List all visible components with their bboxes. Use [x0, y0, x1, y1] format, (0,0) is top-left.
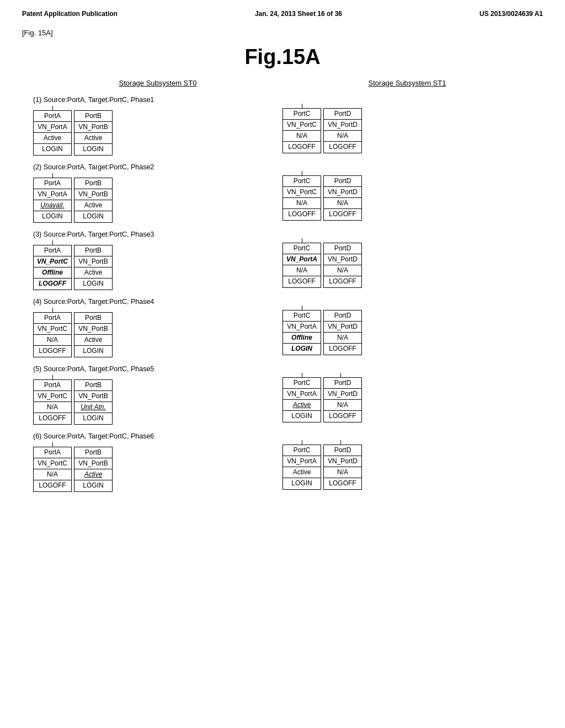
port-box: PortDVN_PortDN/ALOGOFF	[323, 310, 362, 355]
box-cell: VN_PortD	[324, 254, 361, 265]
phase-section-4: (4) Source:PortA, Target:PortC, Phase4Po…	[33, 293, 532, 360]
port-box: PortBVN_PortBActiveLOGIN	[74, 178, 113, 223]
box-cell: VN_PortB	[74, 189, 112, 200]
box-cell: LOGIN	[74, 413, 112, 424]
header-bar: Patent Application Publication Jan. 24, …	[0, 0, 565, 23]
box-cell: LOGOFF	[283, 276, 321, 287]
port-box: PortBVN_PortBActiveLOGIN	[74, 245, 113, 290]
port-box: PortDVN_PortDN/ALOGOFF	[323, 175, 362, 221]
box-cell: PortD	[324, 378, 361, 389]
box-cell: VN_PortC	[34, 458, 71, 469]
box-cell: N/A	[34, 335, 71, 346]
box-cell: VN_PortD	[324, 389, 361, 400]
box-cell: VN_PortA	[283, 322, 321, 333]
port-box: PortCVN_PortAActiveLOGIN	[282, 445, 321, 490]
port-box: PortBVN_PortBUnit Atn.LOGIN	[74, 379, 113, 425]
phase-section-2: (2) Source:PortA, Target:PortC, Phase2Po…	[33, 159, 532, 225]
box-cell: LOGOFF	[324, 478, 361, 489]
box-cell: VN_PortD	[324, 322, 361, 333]
phase-section-5: (5) Source:PortA, Target:PortC, Phase5Po…	[33, 361, 532, 427]
box-cell: LOGOFF	[324, 411, 361, 422]
box-cell: LOGOFF	[34, 346, 71, 357]
box-cell: Active	[34, 133, 71, 144]
box-cell: N/A	[324, 198, 361, 209]
box-cell: Offline	[34, 267, 71, 279]
phase-label: (5) Source:PortA, Target:PortC, Phase5	[33, 365, 282, 373]
box-cell: PortB	[74, 447, 112, 458]
port-box: PortAVN_PortAUnavail.LOGIN	[33, 178, 72, 223]
box-cell: PortB	[74, 111, 112, 122]
header-left: Patent Application Publication	[22, 10, 118, 18]
box-cell: PortA	[34, 447, 71, 458]
box-cell: VN_PortB	[74, 391, 112, 402]
box-cell: PortD	[324, 176, 361, 187]
header-middle: Jan. 24, 2013 Sheet 16 of 36	[255, 10, 342, 18]
box-cell: VN_PortA	[283, 456, 321, 467]
box-cell: VN_PortD	[324, 187, 361, 198]
box-cell: PortC	[283, 311, 321, 322]
fig-title: Fig.15A	[0, 45, 565, 69]
box-cell: Active	[74, 200, 112, 211]
box-cell: N/A	[324, 333, 361, 344]
box-cell: PortD	[324, 243, 361, 254]
port-box: PortCVN_PortCN/ALOGOFF	[282, 108, 321, 153]
phase-label: (2) Source:PortA, Target:PortC, Phase2	[33, 163, 282, 171]
box-cell: LOGOFF	[34, 279, 71, 290]
box-cell: VN_PortA	[34, 189, 71, 200]
box-cell: LOGOFF	[324, 344, 361, 355]
subsystem-left-label: Storage Subsystem ST0	[119, 79, 197, 87]
box-cell: LOGIN	[283, 411, 321, 422]
box-cell: VN_PortC	[34, 256, 71, 267]
box-cell: PortD	[324, 109, 361, 120]
port-box: PortCVN_PortAActiveLOGIN	[282, 377, 321, 422]
box-cell: VN_PortD	[324, 456, 361, 467]
box-cell: N/A	[324, 400, 361, 411]
box-cell: VN_PortC	[283, 187, 321, 198]
port-box: PortAVN_PortAActiveLOGIN	[33, 110, 72, 156]
box-cell: VN_PortB	[74, 256, 112, 267]
box-cell: PortB	[74, 313, 112, 324]
box-cell: LOGIN	[74, 211, 112, 222]
phase-label: (4) Source:PortA, Target:PortC, Phase4	[33, 298, 282, 306]
box-cell: PortA	[34, 111, 71, 122]
box-cell: Active	[283, 467, 321, 478]
box-cell: Offline	[283, 333, 321, 344]
port-box: PortBVN_PortBActiveLOGIN	[74, 110, 113, 156]
fig-label-small: [Fig. 15A]	[0, 23, 565, 42]
box-cell: VN_PortB	[74, 324, 112, 335]
port-box: PortAVN_PortCN/ALOGOFF	[33, 312, 72, 357]
box-cell: VN_PortA	[34, 122, 71, 133]
box-cell: Active	[74, 267, 112, 279]
box-cell: N/A	[34, 469, 71, 480]
box-cell: VN_PortA	[283, 389, 321, 400]
box-cell: PortD	[324, 445, 361, 456]
box-cell: N/A	[34, 402, 71, 413]
port-box: PortBVN_PortBActiveLOGIN	[74, 312, 113, 357]
port-box: PortBVN_PortBActiveLOGIN	[74, 447, 113, 492]
port-box: PortAVN_PortCN/ALOGOFF	[33, 447, 72, 492]
box-cell: VN_PortC	[34, 391, 71, 402]
box-cell: N/A	[283, 198, 321, 209]
box-cell: LOGOFF	[324, 276, 361, 287]
phase-label: (3) Source:PortA, Target:PortC, Phase3	[33, 231, 282, 238]
port-box: PortDVN_PortDN/ALOGOFF	[323, 243, 362, 288]
port-box: PortAVN_PortCOfflineLOGOFF	[33, 245, 72, 290]
phase-section-1: (1) Source:PortA, Target:PortC, Phase1Po…	[33, 92, 532, 158]
box-cell: PortC	[283, 176, 321, 187]
box-cell: LOGOFF	[283, 142, 321, 153]
box-cell: LOGIN	[74, 480, 112, 491]
box-cell: Active	[283, 400, 321, 411]
phase-label: (6) Source:PortA, Target:PortC, Phase6	[33, 432, 282, 440]
box-cell: LOGOFF	[324, 209, 361, 220]
box-cell: PortC	[283, 445, 321, 456]
box-cell: PortC	[283, 243, 321, 254]
box-cell: PortD	[324, 311, 361, 322]
box-cell: N/A	[324, 467, 361, 478]
box-cell: VN_PortB	[74, 122, 112, 133]
port-box: PortCVN_PortAN/ALOGOFF	[282, 243, 321, 288]
header-right: US 2013/0024639 A1	[479, 10, 543, 18]
phase-section-6: (6) Source:PortA, Target:PortC, Phase6Po…	[33, 428, 532, 494]
box-cell: PortC	[283, 109, 321, 120]
box-cell: Unit Atn.	[74, 402, 112, 413]
box-cell: VN_PortC	[283, 120, 321, 131]
